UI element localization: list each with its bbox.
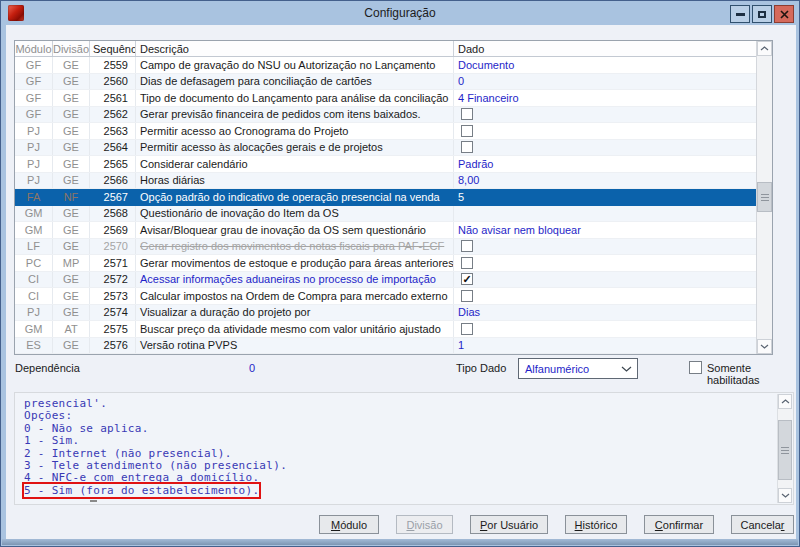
modulo-button[interactable]: Módulo <box>319 515 379 534</box>
table-row[interactable]: GMAT2575Buscar preço da atividade mesmo … <box>15 321 756 338</box>
close-icon <box>780 10 789 19</box>
column-header-divisao[interactable]: Divisão <box>53 41 90 56</box>
confirmar-button[interactable]: Confirmar <box>644 515 714 534</box>
window-controls <box>730 5 794 23</box>
table-main: Módulo Divisão Sequência Descrição Dado … <box>15 41 756 354</box>
table-cell: FA <box>15 189 53 205</box>
table-cell: Questionário de inovação do Item da OS <box>136 206 454 222</box>
table-cell <box>454 107 756 123</box>
title-bar[interactable]: Configuração <box>2 2 798 25</box>
tipo-dado-selected-value: Alfanumérico <box>519 363 621 375</box>
table-cell: GE <box>53 222 90 238</box>
historico-button[interactable]: Histórico <box>565 515 627 534</box>
table-row[interactable]: LFGE2570Gerar registro dos movimentos de… <box>15 239 756 256</box>
scrollbar-thumb[interactable] <box>778 420 792 480</box>
description-box[interactable]: presencial'.Opções:0 - Não se aplica.1 -… <box>14 392 794 505</box>
table-row[interactable]: GFGE2561Tipo de documento do Lançamento … <box>15 90 756 107</box>
row-checkbox[interactable] <box>461 108 473 120</box>
table-row[interactable]: ESGE2576Versão rotina PVPS1 <box>15 338 756 355</box>
row-checkbox[interactable] <box>461 257 473 269</box>
table-row[interactable]: PJGE2566Horas diárias8,00 <box>15 173 756 190</box>
table-cell: 0 <box>454 74 756 90</box>
scroll-down-button[interactable] <box>757 339 772 354</box>
chevron-down-icon <box>781 493 790 498</box>
table-cell: Gerar previsão financeira de pedidos com… <box>136 107 454 123</box>
table-cell: MP <box>53 255 90 271</box>
table-cell: 2575 <box>90 321 136 337</box>
annotation-highlight-box: 5 - Sim (fora do estabelecimento). <box>24 484 259 497</box>
table-cell: PC <box>15 255 53 271</box>
dependencia-value: 0 <box>249 362 255 374</box>
table-row[interactable]: CIGE2573Calcular impostos na Ordem de Co… <box>15 288 756 305</box>
table-cell: CI <box>15 272 53 288</box>
text-cursor <box>90 500 97 502</box>
table-row[interactable]: GMGE2568Questionário de inovação do Item… <box>15 206 756 223</box>
maximize-icon <box>758 11 766 18</box>
row-checkbox[interactable] <box>461 125 473 137</box>
table-row[interactable]: PJGE2574Visualizar a duração do projeto … <box>15 305 756 322</box>
column-header-dado[interactable]: Dado <box>454 41 756 56</box>
table-cell: 4 Financeiro <box>454 90 756 106</box>
table-cell: GE <box>53 239 90 255</box>
table-cell <box>454 272 756 288</box>
table-cell: GE <box>53 305 90 321</box>
row-checkbox[interactable] <box>461 290 473 302</box>
tipo-dado-dropdown[interactable]: Alfanumérico <box>518 358 638 379</box>
tipo-dado-label: Tipo Dado <box>456 362 506 374</box>
table-cell: 2561 <box>90 90 136 106</box>
close-button[interactable] <box>774 5 794 23</box>
table-row[interactable]: PJGE2565Considerar calendárioPadrão <box>15 156 756 173</box>
table-row[interactable]: GFGE2560Dias de defasagem para conciliaç… <box>15 74 756 91</box>
table-cell: Acessar informações aduaneiras no proces… <box>136 272 454 288</box>
scroll-down-button[interactable] <box>778 488 792 503</box>
table-cell: Calcular impostos na Ordem de Compra par… <box>136 288 454 304</box>
table-cell: Buscar preço da atividade mesmo com valo… <box>136 321 454 337</box>
table-cell: GE <box>53 156 90 172</box>
table-row[interactable]: FANF2567Opção padrão do indicativo de op… <box>15 189 756 206</box>
table-cell: GF <box>15 90 53 106</box>
chevron-down-icon <box>621 366 632 372</box>
maximize-button[interactable] <box>752 5 772 23</box>
scroll-up-button[interactable] <box>757 41 772 56</box>
table-cell <box>454 288 756 304</box>
table-cell: 2570 <box>90 239 136 255</box>
table-cell: GE <box>53 123 90 139</box>
description-scrollbar[interactable] <box>777 394 792 503</box>
column-header-modulo[interactable]: Módulo <box>15 41 53 56</box>
por-usuario-button[interactable]: Por Usuário <box>470 515 548 534</box>
column-header-descricao[interactable]: Descrição <box>136 41 454 56</box>
table-scrollbar[interactable] <box>756 41 772 354</box>
table-cell: GE <box>53 173 90 189</box>
column-header-sequencia[interactable]: Sequência <box>90 41 136 56</box>
table-cell: 2569 <box>90 222 136 238</box>
table-cell: GM <box>15 222 53 238</box>
row-checkbox[interactable] <box>461 273 473 285</box>
table-cell: Não avisar nem bloquear <box>454 222 756 238</box>
table-row[interactable]: GFGE2562Gerar previsão financeira de ped… <box>15 107 756 124</box>
divisao-button[interactable]: Divisão <box>396 515 453 534</box>
table-header: Módulo Divisão Sequência Descrição Dado <box>15 41 756 57</box>
row-checkbox[interactable] <box>461 141 473 153</box>
table-cell: Padrão <box>454 156 756 172</box>
table-cell: GE <box>53 57 90 73</box>
table-row[interactable]: PJGE2563Permitir acesso ao Cronograma do… <box>15 123 756 140</box>
table-body: GFGE2559Campo de gravação do NSU ou Auto… <box>15 57 756 354</box>
scroll-up-button[interactable] <box>778 394 792 409</box>
table-cell: 2568 <box>90 206 136 222</box>
table-cell: 2571 <box>90 255 136 271</box>
table-cell: Permitir acesso ao Cronograma do Projeto <box>136 123 454 139</box>
table-row[interactable]: GMGE2569Avisar/Bloquear grau de inovação… <box>15 222 756 239</box>
table-cell: LF <box>15 239 53 255</box>
table-row[interactable]: PCMP2571Gerar movimentos de estoque e pr… <box>15 255 756 272</box>
table-row[interactable]: GFGE2559Campo de gravação do NSU ou Auto… <box>15 57 756 74</box>
table-cell: Campo de gravação do NSU ou Autorização … <box>136 57 454 73</box>
scrollbar-thumb[interactable] <box>757 182 772 212</box>
minimize-button[interactable] <box>730 5 750 23</box>
row-checkbox[interactable] <box>461 323 473 335</box>
row-checkbox[interactable] <box>461 240 473 252</box>
cancelar-button[interactable]: Cancelar <box>731 515 794 534</box>
table-row[interactable]: PJGE2564Permitir acesso às alocações ger… <box>15 140 756 157</box>
somente-habilitadas-checkbox[interactable] <box>689 361 702 374</box>
table-row[interactable]: CIGE2572Acessar informações aduaneiras n… <box>15 272 756 289</box>
table-cell <box>454 321 756 337</box>
